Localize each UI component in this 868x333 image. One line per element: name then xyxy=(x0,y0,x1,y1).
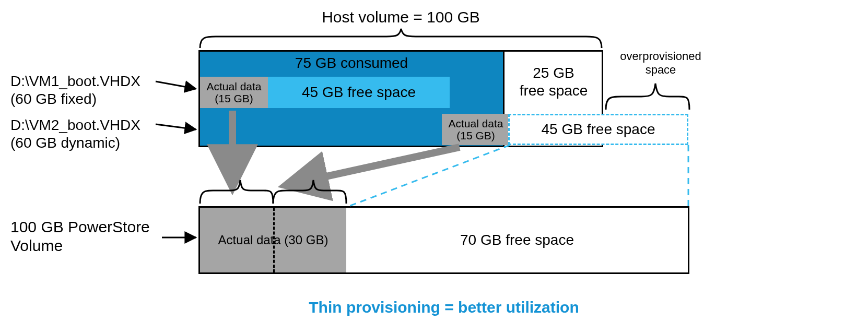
brace-host-volume xyxy=(200,29,602,48)
thin-provisioning-diagram: Host volume = 100 GB overprovisioned spa… xyxy=(0,0,868,333)
arrow-vm1 xyxy=(156,81,196,89)
vm2-actual-data: Actual data (15 GB) xyxy=(442,114,510,145)
overprovisioned-label-1: overprovisioned xyxy=(606,49,715,64)
dashed-connector-left xyxy=(346,145,510,207)
vm2-label-line2: (60 GB dynamic) xyxy=(10,134,120,152)
brace-ps-2 xyxy=(273,180,346,204)
host-consumed-label: 75 GB consumed xyxy=(200,55,503,72)
vm1-label-line2: (60 GB fixed) xyxy=(10,90,97,108)
vm2-overprovisioned-free-space: 45 GB free space xyxy=(508,114,688,145)
arrow-vm2 xyxy=(156,124,196,129)
powerstore-label-line2: Volume xyxy=(10,236,63,256)
powerstore-actual-divider xyxy=(273,208,275,272)
powerstore-label-line1: 100 GB PowerStore xyxy=(10,217,150,237)
powerstore-free-space: 70 GB free space xyxy=(346,208,688,272)
vm2-label-line1: D:\VM2_boot.VHDX xyxy=(10,116,140,134)
host-free-space-label: 25 GB free space xyxy=(508,64,599,99)
host-volume-title: Host volume = 100 GB xyxy=(198,7,603,27)
vm1-free-space: 45 GB free space xyxy=(268,77,450,108)
powerstore-volume-box: Actual data (30 GB) 70 GB free space xyxy=(198,206,689,274)
vm1-label-line1: D:\VM1_boot.VHDX xyxy=(10,72,140,90)
brace-ps-1 xyxy=(200,180,273,204)
overprovisioned-label-2: space xyxy=(606,63,715,77)
brace-overprovisioned xyxy=(606,84,689,110)
arrow-vm2-to-ps xyxy=(298,147,460,183)
diagram-caption: Thin provisioning = better utilization xyxy=(198,298,689,317)
vm1-actual-data: Actual data (15 GB) xyxy=(200,77,268,108)
